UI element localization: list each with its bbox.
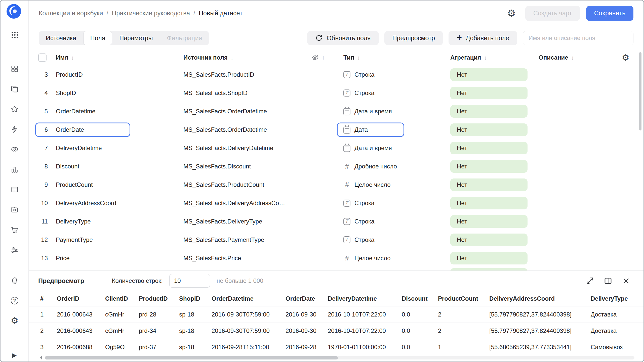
field-name[interactable]: ShopID	[56, 89, 76, 97]
add-field-button[interactable]: Добавить поле	[449, 31, 517, 45]
aggregation-select[interactable]: Нет	[450, 160, 528, 173]
field-row-selected[interactable]: 6 OrderDate MS_SalesFacts.OrderDatetime …	[29, 120, 643, 139]
gallery-folder-icon[interactable]	[10, 205, 19, 214]
column-header-type[interactable]: Тип	[343, 54, 360, 61]
collections-icon[interactable]	[10, 65, 19, 73]
aggregation-select[interactable]: Нет	[450, 178, 528, 191]
bar-chart-icon[interactable]	[10, 165, 19, 174]
breadcrumb-item-collections[interactable]: Коллекции и воркбуки	[39, 10, 103, 17]
field-type[interactable]: Строка	[343, 89, 374, 97]
breadcrumb-item-guides[interactable]: Практические руководства	[112, 10, 190, 17]
field-row[interactable]: 8 Discount MS_SalesFacts.Discount Дробно…	[29, 157, 643, 175]
field-row[interactable]: 13 Price MS_SalesFacts.Price Целое число…	[29, 249, 643, 267]
lightning-icon[interactable]	[10, 125, 19, 133]
field-source[interactable]: MS_SalesFacts.DeliveryType	[183, 218, 262, 225]
field-row[interactable]: 10 DeliveryAddressCoord MS_SalesFacts.De…	[29, 194, 643, 212]
dataset-settings-button[interactable]	[507, 9, 519, 18]
scroll-left-arrow[interactable]	[38, 355, 42, 359]
aggregation-select[interactable]: Нет	[450, 215, 528, 228]
field-source[interactable]: MS_SalesFacts.DeliveryAddressCo…	[183, 200, 285, 207]
field-name[interactable]: DeliveryType	[56, 218, 91, 225]
field-type[interactable]: Строка	[343, 236, 374, 243]
column-header-aggregation[interactable]: Агрегация	[450, 54, 487, 61]
aggregation-select[interactable]: Нет	[450, 197, 528, 209]
field-type[interactable]: Дата	[343, 126, 368, 133]
aggregation-select[interactable]: Нет	[450, 142, 528, 154]
field-row[interactable]: 12 PaymentType MS_SalesFacts.PaymentType…	[29, 231, 643, 249]
field-name[interactable]: Price	[56, 255, 70, 262]
favorites-star-icon[interactable]	[10, 105, 19, 113]
field-source[interactable]: MS_SalesFacts.ProductCount	[183, 181, 264, 188]
field-name[interactable]: OrderDate	[56, 126, 84, 133]
column-header-description[interactable]: Описание	[539, 54, 574, 61]
field-name[interactable]: DeliveryDatetime	[56, 145, 102, 152]
field-row[interactable]: 5 OrderDatetime MS_SalesFacts.OrderDatet…	[29, 102, 643, 120]
tab-fields[interactable]: Поля	[83, 31, 112, 45]
column-header-source[interactable]: Источник поля	[183, 54, 233, 61]
row-count-input[interactable]	[169, 274, 210, 288]
field-name[interactable]: Discount	[56, 163, 79, 170]
field-row[interactable]: 11 DeliveryType MS_SalesFacts.DeliveryTy…	[29, 212, 643, 231]
field-row[interactable]: 4 ShopID MS_SalesFacts.ShopID Строка Нет	[29, 84, 643, 102]
help-icon[interactable]	[10, 296, 19, 305]
field-type[interactable]: Дробное число	[343, 163, 397, 170]
horizontal-scrollbar-thumb[interactable]	[45, 356, 338, 359]
field-name[interactable]: OrderDatetime	[56, 108, 95, 115]
field-name[interactable]: ProductID	[56, 71, 83, 78]
tab-filtering[interactable]: Фильтрация	[160, 31, 209, 45]
sidebar-settings-button[interactable]	[10, 316, 19, 325]
save-button[interactable]: Сохранить	[586, 6, 633, 21]
workbooks-icon[interactable]	[10, 85, 19, 93]
field-source[interactable]: MS_SalesFacts.OrderDatetime	[183, 108, 267, 115]
field-row[interactable]: 3 ProductID MS_SalesFacts.ProductID Стро…	[29, 65, 643, 84]
field-source[interactable]: MS_SalesFacts.ShopID	[183, 89, 248, 97]
aggregation-select[interactable]: Нет	[450, 87, 528, 99]
notifications-bell-icon[interactable]	[10, 277, 19, 285]
field-name[interactable]: ProductCount	[56, 181, 93, 188]
field-type[interactable]: Строка	[343, 218, 374, 225]
field-source[interactable]: MS_SalesFacts.PaymentType	[183, 236, 264, 243]
field-source[interactable]: MS_SalesFacts.Price	[183, 255, 241, 262]
table-icon[interactable]	[10, 185, 19, 194]
apps-grid-icon[interactable]	[11, 31, 19, 39]
expand-preview-button[interactable]	[586, 277, 594, 285]
field-name[interactable]: DeliveryAddressCoord	[56, 200, 116, 207]
field-source[interactable]: MS_SalesFacts.DeliveryDatetime	[183, 145, 273, 152]
field-source[interactable]: MS_SalesFacts.Discount	[183, 163, 251, 170]
connections-icon[interactable]	[10, 145, 19, 154]
field-type[interactable]: Дата и время	[343, 107, 392, 115]
expand-sidebar-button[interactable]	[10, 351, 19, 359]
aggregation-select[interactable]: Нет	[450, 68, 528, 81]
create-chart-button[interactable]: Создать чарт	[525, 6, 580, 21]
field-source[interactable]: MS_SalesFacts.ProductID	[183, 71, 254, 78]
datalens-logo[interactable]	[7, 4, 21, 19]
refresh-fields-button[interactable]: Обновить поля	[307, 31, 379, 45]
split-view-button[interactable]	[604, 277, 612, 285]
column-header-name[interactable]: Имя	[56, 54, 74, 61]
select-all-checkbox[interactable]	[38, 53, 47, 62]
preview-toggle-button[interactable]: Предпросмотр	[384, 31, 443, 45]
close-preview-button[interactable]	[622, 277, 630, 285]
column-header-hidden[interactable]	[311, 54, 325, 61]
field-name[interactable]: PaymentType	[56, 236, 93, 243]
column-settings-button[interactable]	[622, 53, 629, 62]
vertical-scrollbar-thumb[interactable]	[639, 52, 641, 130]
horizontal-scrollbar[interactable]	[45, 356, 634, 359]
aggregation-select[interactable]: Нет	[450, 234, 528, 246]
field-row[interactable]: 9 ProductCount MS_SalesFacts.ProductCoun…	[29, 175, 643, 194]
tab-sources[interactable]: Источники	[39, 31, 83, 45]
marketplace-cart-icon[interactable]	[10, 225, 19, 234]
aggregation-select[interactable]: Нет	[450, 252, 528, 264]
field-type[interactable]: Строка	[343, 71, 374, 78]
field-type[interactable]: Строка	[343, 200, 374, 207]
field-type[interactable]: Дата и время	[343, 144, 392, 152]
field-search-input[interactable]	[523, 31, 633, 45]
aggregation-select[interactable]: Нет	[450, 123, 528, 136]
field-source[interactable]: MS_SalesFacts.OrderDatetime	[183, 126, 267, 133]
settings-sliders-icon[interactable]	[10, 246, 19, 254]
tab-parameters[interactable]: Параметры	[112, 31, 160, 45]
aggregation-select[interactable]: Нет	[450, 105, 528, 118]
field-type[interactable]: Целое число	[343, 255, 390, 262]
field-row[interactable]: 7 DeliveryDatetime MS_SalesFacts.Deliver…	[29, 139, 643, 157]
field-type[interactable]: Целое число	[343, 181, 390, 188]
